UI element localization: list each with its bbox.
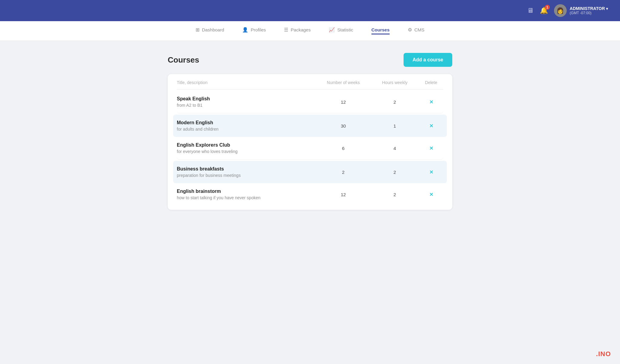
nav-bar: ⊞ Dashboard 👤 Profiles ☰ Packages 📈 Stat… xyxy=(0,21,620,41)
course-info: Business breakfasts preparation for busi… xyxy=(177,166,316,178)
table-row: English Explorers Club for everyone who … xyxy=(177,137,443,160)
course-desc: how to start talking if you have never s… xyxy=(177,195,316,200)
course-hours: 2 xyxy=(371,192,419,197)
course-title: Modern English xyxy=(177,120,316,125)
delete-button[interactable]: ✕ xyxy=(419,145,443,151)
statistic-icon: 📈 xyxy=(329,27,335,33)
course-title: Business breakfasts xyxy=(177,166,316,172)
user-menu[interactable]: 👩 ADMINISTRATOR▾ (GMT -07:00) xyxy=(554,4,608,17)
course-weeks: 30 xyxy=(316,123,371,128)
add-course-button[interactable]: Add a course xyxy=(404,53,452,67)
course-info: Modern English for adults and children xyxy=(177,120,316,132)
table-row: Modern English for adults and children 3… xyxy=(173,115,447,137)
user-details: ADMINISTRATOR▾ (GMT -07:00) xyxy=(570,6,608,15)
nav-item-profiles[interactable]: 👤 Profiles xyxy=(242,27,266,35)
dashboard-icon: ⊞ xyxy=(196,27,200,33)
course-title: Speak English xyxy=(177,96,316,102)
cms-icon: ⚙ xyxy=(408,27,412,33)
course-info: English brainstorm how to start talking … xyxy=(177,189,316,200)
course-hours: 2 xyxy=(371,170,419,175)
delete-button[interactable]: ✕ xyxy=(419,99,443,105)
nav-label-packages: Packages xyxy=(291,27,311,32)
nav-item-packages[interactable]: ☰ Packages xyxy=(284,27,311,35)
course-hours: 4 xyxy=(371,146,419,151)
course-weeks: 2 xyxy=(316,170,371,175)
table-row: Business breakfasts preparation for busi… xyxy=(173,161,447,183)
course-desc: for adults and children xyxy=(177,127,316,132)
course-info: Speak English from A2 to B1 xyxy=(177,96,316,108)
nav-item-courses[interactable]: Courses xyxy=(371,27,390,34)
header-weeks: Number of weeks xyxy=(316,80,371,85)
packages-icon: ☰ xyxy=(284,27,288,33)
table-header: Title, description Number of weeks Hours… xyxy=(177,80,443,89)
course-weeks: 12 xyxy=(316,99,371,105)
course-hours: 2 xyxy=(371,99,419,105)
course-title: English Explorers Club xyxy=(177,142,316,148)
user-timezone: (GMT -07:00) xyxy=(570,11,608,15)
table-row: English brainstorm how to start talking … xyxy=(177,183,443,206)
table-row: Speak English from A2 to B1 12 2 ✕ xyxy=(177,91,443,113)
nav-item-statistic[interactable]: 📈 Statistic xyxy=(329,27,353,35)
course-weeks: 12 xyxy=(316,192,371,197)
main-content: Courses Add a course Title, description … xyxy=(162,53,458,210)
nav-item-dashboard[interactable]: ⊞ Dashboard xyxy=(196,27,224,35)
topbar-icons: 🖥 🔔 1 👩 ADMINISTRATOR▾ (GMT -07:00) xyxy=(527,4,608,17)
header-delete: Delete xyxy=(419,80,443,85)
profiles-icon: 👤 xyxy=(242,27,248,33)
course-hours: 1 xyxy=(371,123,419,128)
course-title: English brainstorm xyxy=(177,189,316,194)
nav-label-dashboard: Dashboard xyxy=(202,27,224,32)
courses-table: Title, description Number of weeks Hours… xyxy=(168,74,452,210)
nav-label-cms: CMS xyxy=(414,27,424,32)
avatar-emoji: 👩 xyxy=(556,7,564,14)
delete-button[interactable]: ✕ xyxy=(419,192,443,197)
delete-button[interactable]: ✕ xyxy=(419,123,443,129)
notification-badge: 1 xyxy=(545,5,550,10)
nav-label-courses: Courses xyxy=(371,27,390,32)
header-hours: Hours weekly xyxy=(371,80,419,85)
course-desc: for everyone who loves traveling xyxy=(177,149,316,154)
course-info: English Explorers Club for everyone who … xyxy=(177,142,316,154)
page-header: Courses Add a course xyxy=(168,53,452,67)
topbar: 🖥 🔔 1 👩 ADMINISTRATOR▾ (GMT -07:00) xyxy=(0,0,620,21)
course-desc: preparation for business meetings xyxy=(177,173,316,178)
monitor-icon[interactable]: 🖥 xyxy=(527,7,534,15)
header-title: Title, description xyxy=(177,80,316,85)
notification-wrapper[interactable]: 🔔 1 xyxy=(540,7,548,15)
user-name: ADMINISTRATOR▾ xyxy=(570,6,608,11)
course-desc: from A2 to B1 xyxy=(177,103,316,108)
course-weeks: 6 xyxy=(316,146,371,151)
delete-button[interactable]: ✕ xyxy=(419,169,443,175)
page-title: Courses xyxy=(168,55,199,65)
nav-label-profiles: Profiles xyxy=(251,27,266,32)
nav-item-cms[interactable]: ⚙ CMS xyxy=(408,27,424,35)
avatar: 👩 xyxy=(554,4,567,17)
nav-label-statistic: Statistic xyxy=(337,27,353,32)
